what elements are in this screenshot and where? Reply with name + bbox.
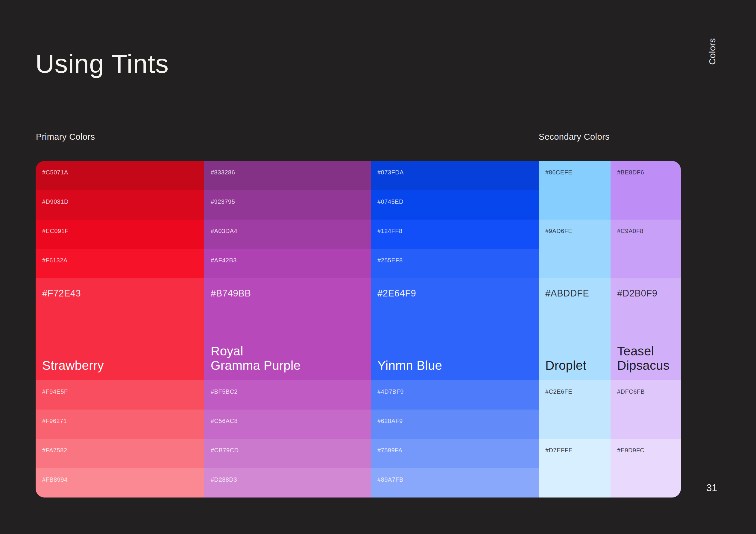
swatch-yinmn-blue-shade-4: #255EF8 bbox=[371, 249, 539, 278]
swatch-hex-label: #ABDDFE bbox=[545, 288, 608, 299]
swatch-royal-gramma-purple-shade-3: #A03DA4 bbox=[204, 220, 371, 249]
swatch-yinmn-blue-tint-4: #89A7FB bbox=[371, 468, 539, 497]
swatch-droplet-shade-2: #9AD6FE bbox=[539, 220, 610, 278]
swatch-yinmn-blue-shade-1: #073FDA bbox=[371, 161, 539, 190]
swatch-teasel-dipsacus-tint-2: #E9D9FC bbox=[610, 439, 681, 497]
vertical-section-label: Colors bbox=[707, 37, 717, 67]
swatch-name: Royal Gramma Purple bbox=[211, 344, 368, 373]
swatch-strawberry-shade-1: #C5071A bbox=[36, 161, 204, 190]
swatch-royal-gramma-purple-shade-4: #AF42B3 bbox=[204, 249, 371, 278]
swatch-droplet-base: #ABDDFE Droplet bbox=[539, 278, 610, 380]
swatch-teasel-dipsacus-shade-2: #C9A0F8 bbox=[610, 220, 681, 278]
swatch-hex-label: #B749BB bbox=[211, 288, 368, 299]
swatch-strawberry-shade-2: #D9081D bbox=[36, 190, 204, 220]
swatch-strawberry-tint-2: #F96271 bbox=[36, 410, 204, 439]
swatch-strawberry-tint-3: #FA7582 bbox=[36, 439, 204, 468]
swatch-yinmn-blue-shade-3: #124FF8 bbox=[371, 220, 539, 249]
palette-column-droplet: #86CEFE #9AD6FE #ABDDFE Droplet #C2E6FE … bbox=[539, 161, 610, 497]
palette-column-yinmn-blue: #073FDA #0745ED #124FF8 #255EF8 #2E64F9 … bbox=[371, 161, 539, 497]
swatch-strawberry-shade-4: #F6132A bbox=[36, 249, 204, 278]
swatch-royal-gramma-purple-tint-2: #C56AC8 bbox=[204, 410, 371, 439]
swatch-royal-gramma-purple-tint-4: #D288D3 bbox=[204, 468, 371, 497]
palette-column-teasel-dipsacus: #BE8DF6 #C9A0F8 #D2B0F9 Teasel Dipsacus … bbox=[610, 161, 681, 497]
palette-column-royal-gramma-purple: #833286 #923795 #A03DA4 #AF42B3 #B749BB … bbox=[204, 161, 371, 497]
swatch-name: Teasel Dipsacus bbox=[617, 344, 679, 373]
page-title: Using Tints bbox=[35, 48, 169, 79]
page-number: 31 bbox=[706, 482, 717, 494]
swatch-name: Droplet bbox=[545, 359, 608, 373]
swatch-strawberry-tint-1: #F94E5F bbox=[36, 380, 204, 410]
swatch-royal-gramma-purple-shade-1: #833286 bbox=[204, 161, 371, 190]
swatch-hex-label: #2E64F9 bbox=[377, 288, 536, 299]
swatch-yinmn-blue-shade-2: #0745ED bbox=[371, 190, 539, 220]
swatch-yinmn-blue-tint-1: #4D7BF9 bbox=[371, 380, 539, 410]
primary-colors-heading: Primary Colors bbox=[36, 132, 95, 142]
swatch-name: Yinmn Blue bbox=[377, 359, 536, 373]
swatch-royal-gramma-purple-tint-3: #CB79CD bbox=[204, 439, 371, 468]
palette-column-strawberry: #C5071A #D9081D #EC091F #F6132A #F72E43 … bbox=[36, 161, 204, 497]
swatch-hex-label: #D2B0F9 bbox=[617, 288, 679, 299]
swatch-royal-gramma-purple-shade-2: #923795 bbox=[204, 190, 371, 220]
swatch-strawberry-base: #F72E43 Strawberry bbox=[36, 278, 204, 380]
swatch-strawberry-shade-3: #EC091F bbox=[36, 220, 204, 249]
swatch-teasel-dipsacus-base: #D2B0F9 Teasel Dipsacus bbox=[610, 278, 681, 380]
swatch-teasel-dipsacus-shade-1: #BE8DF6 bbox=[610, 161, 681, 220]
swatch-yinmn-blue-base: #2E64F9 Yinmn Blue bbox=[371, 278, 539, 380]
swatch-yinmn-blue-tint-2: #628AF9 bbox=[371, 410, 539, 439]
swatch-royal-gramma-purple-base: #B749BB Royal Gramma Purple bbox=[204, 278, 371, 380]
palette-card: #C5071A #D9081D #EC091F #F6132A #F72E43 … bbox=[36, 161, 681, 497]
swatch-strawberry-tint-4: #FB8994 bbox=[36, 468, 204, 497]
swatch-teasel-dipsacus-tint-1: #DFC6FB bbox=[610, 380, 681, 439]
swatch-hex-label: #F72E43 bbox=[42, 288, 202, 299]
secondary-colors-heading: Secondary Colors bbox=[539, 132, 610, 142]
slide: Using Tints Colors Primary Colors Second… bbox=[0, 0, 756, 534]
swatch-droplet-tint-2: #D7EFFE bbox=[539, 439, 610, 497]
swatch-droplet-tint-1: #C2E6FE bbox=[539, 380, 610, 439]
swatch-royal-gramma-purple-tint-1: #BF5BC2 bbox=[204, 380, 371, 410]
swatch-droplet-shade-1: #86CEFE bbox=[539, 161, 610, 220]
swatch-name: Strawberry bbox=[42, 359, 202, 373]
swatch-yinmn-blue-tint-3: #7599FA bbox=[371, 439, 539, 468]
